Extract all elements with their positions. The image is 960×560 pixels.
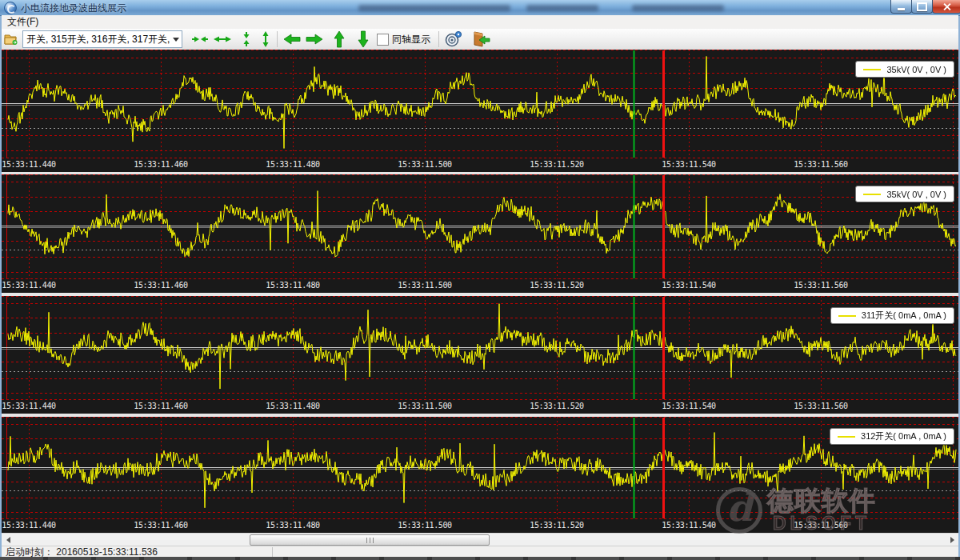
legend-label: 312开关( 0mA , 0mA ) xyxy=(861,430,946,442)
legend-label: 311开关( 0mA , 0mA ) xyxy=(862,310,946,322)
x-tick-label: 15:33:11.540 xyxy=(662,281,715,290)
toolbar: 开关, 315开关, 316开关, 317开关, 318开关 xyxy=(2,29,958,50)
time-axis-2: 15:33:11.44015:33:11.46015:33:11.48015:3… xyxy=(2,280,958,293)
legend-line-swatch xyxy=(838,436,855,438)
x-tick-label: 15:33:11.440 xyxy=(2,521,55,530)
pan-down-icon[interactable] xyxy=(354,30,372,49)
expand-horizontal-icon[interactable] xyxy=(211,30,234,49)
expand-vertical-icon[interactable] xyxy=(258,30,274,49)
statusbar-separator xyxy=(272,547,273,557)
waveform-plot-4: 312开关( 0mA , 0mA ) xyxy=(2,417,958,519)
x-tick-label: 15:33:11.460 xyxy=(134,160,187,169)
waveform-plot-3: 311开关( 0mA , 0mA ) xyxy=(2,296,958,400)
time-axis-3: 15:33:11.44015:33:11.46015:33:11.48015:3… xyxy=(2,401,958,414)
legend-line-swatch xyxy=(863,69,881,70)
minimize-icon xyxy=(898,8,905,10)
waveform-panel-2: 35kV( 0V , 0V ) 15:33:11.44015:33:11.460… xyxy=(2,174,958,293)
x-tick-label: 15:33:11.480 xyxy=(266,402,319,410)
x-tick-label: 15:33:11.460 xyxy=(134,281,187,290)
maximize-button[interactable] xyxy=(911,0,933,14)
legend-panel-3: 311开关( 0mA , 0mA ) xyxy=(830,307,954,324)
scrollbar-grip-icon xyxy=(366,538,374,543)
legend-panel-2: 35kV( 0V , 0V ) xyxy=(855,186,954,202)
waveform-canvas-4[interactable] xyxy=(2,417,958,519)
x-tick-label: 15:33:11.560 xyxy=(794,402,847,410)
legend-label: 35kV( 0V , 0V ) xyxy=(886,65,946,74)
x-tick-label: 15:33:11.460 xyxy=(134,521,187,530)
status-bar: 启动时刻： 20160518-15:33:11.536 xyxy=(2,546,958,558)
open-folder-icon[interactable] xyxy=(2,30,21,49)
waveform-canvas-3[interactable] xyxy=(2,296,958,400)
x-tick-label: 15:33:11.520 xyxy=(530,281,583,290)
channel-select-value: 开关, 315开关, 316开关, 317开关, 318开关 xyxy=(23,33,170,46)
x-tick-label: 15:33:11.500 xyxy=(398,281,451,290)
x-tick-label: 15:33:11.520 xyxy=(530,402,583,410)
waveform-canvas-1[interactable] xyxy=(2,50,958,158)
taskbar-strip xyxy=(0,557,960,560)
x-tick-label: 15:33:11.500 xyxy=(398,521,451,530)
x-tick-label: 15:33:11.540 xyxy=(662,160,715,169)
legend-label: 35kV( 0V , 0V ) xyxy=(886,190,946,199)
app-window: 小电流接地录波曲线展示 文件(F) 开关, 315开关, 316开关, 317开… xyxy=(0,0,960,560)
scroll-left-button[interactable] xyxy=(2,534,14,545)
background-window-blur xyxy=(358,5,510,11)
close-icon xyxy=(942,2,951,11)
waveform-panel-1: 35kV( 0V , 0V ) 15:33:11.44015:33:11.460… xyxy=(2,50,958,172)
pan-up-icon[interactable] xyxy=(330,30,348,49)
minimize-button[interactable] xyxy=(890,0,912,14)
legend-panel-1: 35kV( 0V , 0V ) xyxy=(855,61,954,78)
x-tick-label: 15:33:11.520 xyxy=(530,521,583,530)
title-bar: 小电流接地录波曲线展示 xyxy=(0,0,960,16)
x-tick-label: 15:33:11.440 xyxy=(2,402,55,410)
waveform-plot-1: 35kV( 0V , 0V ) xyxy=(2,50,958,158)
x-tick-label: 15:33:11.480 xyxy=(266,521,319,530)
compress-horizontal-icon[interactable] xyxy=(189,30,211,49)
menu-file[interactable]: 文件(F) xyxy=(2,15,44,29)
waveform-panel-3: 311开关( 0mA , 0mA ) 15:33:11.44015:33:11.… xyxy=(2,296,958,414)
time-axis-1: 15:33:11.44015:33:11.46015:33:11.48015:3… xyxy=(2,159,958,172)
close-button[interactable] xyxy=(932,0,960,14)
coaxial-checkbox[interactable] xyxy=(377,34,389,46)
x-tick-label: 15:33:11.500 xyxy=(398,402,451,410)
x-tick-label: 15:33:11.560 xyxy=(794,521,847,530)
waveform-panel-4: 312开关( 0mA , 0mA ) 15:33:11.44015:33:11.… xyxy=(2,417,958,533)
compress-vertical-icon[interactable] xyxy=(238,30,254,49)
x-tick-label: 15:33:11.560 xyxy=(794,160,847,169)
waveform-plot-2: 35kV( 0V , 0V ) xyxy=(2,174,958,279)
time-axis-4: 15:33:11.44015:33:11.46015:33:11.48015:3… xyxy=(2,520,958,533)
coaxial-display-toggle[interactable]: 同轴显示 xyxy=(377,33,430,46)
channel-select-dropdown[interactable]: 开关, 315开关, 316开关, 317开关, 318开关 xyxy=(22,30,182,48)
scroll-right-icon xyxy=(950,537,954,543)
x-tick-label: 15:33:11.540 xyxy=(662,402,715,410)
coaxial-checkbox-label: 同轴显示 xyxy=(392,33,430,46)
legend-line-swatch xyxy=(838,315,856,317)
pan-right-icon[interactable] xyxy=(303,30,326,49)
pan-left-icon[interactable] xyxy=(281,30,303,49)
scroll-right-button[interactable] xyxy=(946,534,958,545)
x-tick-label: 15:33:11.540 xyxy=(662,521,715,530)
x-tick-label: 15:33:11.520 xyxy=(530,160,583,169)
scroll-left-icon xyxy=(6,537,10,543)
x-tick-label: 15:33:11.460 xyxy=(134,402,187,410)
toolbar-separator xyxy=(277,31,278,47)
chevron-down-icon xyxy=(170,31,182,47)
exit-icon[interactable] xyxy=(470,30,494,49)
background-window-blur xyxy=(526,5,598,11)
x-tick-label: 15:33:11.480 xyxy=(266,281,319,290)
maximize-icon xyxy=(917,2,927,11)
background-window-blur xyxy=(632,5,724,11)
chart-area: 35kV( 0V , 0V ) 15:33:11.44015:33:11.460… xyxy=(2,50,958,533)
app-logo-icon xyxy=(4,2,17,14)
menu-bar: 文件(F) xyxy=(2,15,958,30)
x-tick-label: 15:33:11.440 xyxy=(2,281,55,290)
target-settings-icon[interactable] xyxy=(442,30,465,49)
legend-panel-4: 312开关( 0mA , 0mA ) xyxy=(830,428,954,445)
x-tick-label: 15:33:11.480 xyxy=(266,160,319,169)
legend-line-swatch xyxy=(863,194,881,195)
horizontal-scrollbar[interactable] xyxy=(2,533,958,546)
x-tick-label: 15:33:11.440 xyxy=(2,160,55,169)
scrollbar-thumb[interactable] xyxy=(250,534,490,546)
waveform-canvas-2[interactable] xyxy=(2,174,958,279)
toolbar-separator xyxy=(438,31,439,47)
x-tick-label: 15:33:11.500 xyxy=(398,160,451,169)
